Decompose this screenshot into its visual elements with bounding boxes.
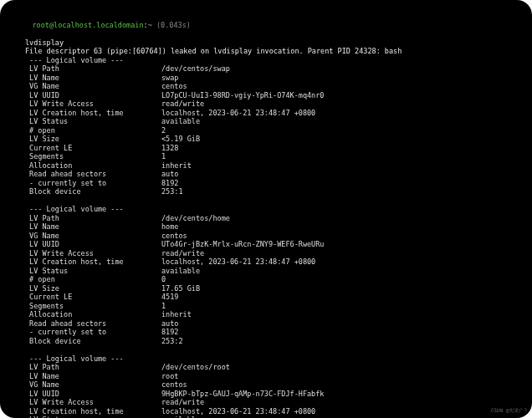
kv-value: 0 — [161, 275, 166, 283]
kv-value: /dev/centos/home — [161, 214, 230, 222]
kv-value: 17.65 GiB — [161, 284, 200, 293]
kv-key: LV Name — [25, 372, 161, 381]
kv-row: Block device253:2 — [15, 337, 517, 346]
kv-row: LV Statusavailable — [15, 117, 517, 126]
kv-key: Current LE — [25, 144, 161, 153]
kv-key: LV Name — [25, 74, 161, 83]
kv-value: /dev/centos/root — [161, 363, 230, 371]
kv-value: 8192 — [161, 328, 178, 336]
kv-key: VG Name — [25, 82, 161, 91]
kv-value: 1 — [161, 302, 166, 310]
kv-key: LV Name — [25, 222, 161, 232]
kv-value: centos — [161, 380, 187, 389]
kv-value: /dev/centos/swap — [161, 64, 230, 73]
kv-row: # open2 — [15, 126, 517, 135]
kv-row: Segments1 — [15, 302, 517, 311]
prompt-user: root — [32, 21, 49, 29]
kv-key: LV Creation host, time — [25, 257, 161, 267]
kv-value: read/write — [161, 398, 204, 406]
watermark: CSDN @大泽广? — [491, 406, 527, 415]
kv-row: LV Creation host, timelocalhost, 2023-06… — [15, 109, 517, 118]
kv-row: VG Namecentos — [15, 232, 517, 241]
kv-value: read/write — [161, 99, 204, 108]
kv-row: LV Nameswap — [15, 74, 517, 83]
kv-row: LV Write Accessread/write — [15, 99, 517, 109]
terminal-window[interactable]: root@localhost.localdomain:~ (0.043s) lv… — [0, 0, 532, 418]
kv-key: LV UUID — [25, 390, 161, 399]
kv-row: Read ahead sectorsauto — [15, 170, 517, 179]
kv-row: LV Path/dev/centos/swap — [15, 64, 517, 74]
kv-value: 8192 — [161, 179, 178, 187]
prompt-timing: (0.043s) — [156, 21, 191, 29]
kv-value: 253:1 — [161, 187, 183, 196]
kv-row: LV Path/dev/centos/home — [15, 214, 517, 223]
kv-row: LV UUID9HgBKP-bTpz-GAUJ-qAMp-n73C-FDJf-H… — [15, 390, 517, 399]
prompt-host: localhost.localdomain — [54, 21, 143, 29]
kv-key: Allocation — [25, 161, 161, 171]
kv-value: LO7pCU-UuI3-98RD-vgiy-YpRi-O74K-mq4nr0 — [161, 91, 324, 99]
kv-key: VG Name — [25, 380, 161, 390]
kv-key: Block device — [25, 187, 161, 196]
kv-key: LV Status — [25, 117, 161, 126]
kv-key: Segments — [25, 302, 161, 311]
kv-key: Allocation — [25, 310, 161, 319]
kv-value: root — [161, 372, 178, 380]
kv-row: Read ahead sectorsauto — [15, 319, 517, 329]
kv-value: localhost, 2023-06-21 23:48:47 +0800 — [161, 257, 315, 266]
kv-key: - currently set to — [25, 179, 161, 188]
kv-value: 2 — [161, 126, 166, 135]
volume-header: --- Logical volume --- — [15, 205, 517, 214]
kv-key: LV Status — [25, 267, 161, 276]
kv-row: Allocationinherit — [15, 310, 517, 319]
kv-key: LV Write Access — [25, 99, 161, 109]
kv-key: - currently set to — [25, 328, 161, 337]
kv-row: LV Namehome — [15, 222, 517, 232]
kv-key: Current LE — [25, 293, 161, 302]
kv-row: LV Creation host, timelocalhost, 2023-06… — [15, 257, 517, 267]
kv-key: # open — [25, 126, 161, 135]
kv-key: LV Size — [25, 284, 161, 293]
kv-row: Segments1 — [15, 152, 517, 161]
kv-value: 9HgBKP-bTpz-GAUJ-qAMp-n73C-FDJf-HFabfk — [161, 390, 324, 398]
kv-row: Current LE4519 — [15, 293, 517, 302]
kv-value: 1 — [161, 152, 166, 161]
kv-row: - currently set to8192 — [15, 179, 517, 188]
kv-row: - currently set to8192 — [15, 328, 517, 337]
kv-value: <5.19 GiB — [161, 135, 200, 143]
kv-key: LV Path — [25, 214, 161, 223]
kv-row: LV Write Accessread/write — [15, 249, 517, 258]
kv-value: swap — [161, 74, 178, 82]
kv-key: LV Path — [25, 363, 161, 372]
kv-row: LV Size<5.19 GiB — [15, 135, 517, 144]
kv-row: Current LE1328 — [15, 144, 517, 153]
kv-row: Block device253:1 — [15, 187, 517, 196]
kv-key: LV Write Access — [25, 398, 161, 407]
kv-value: available — [161, 267, 200, 275]
lvdisplay-output: --- Logical volume --- LV Path/dev/cento… — [15, 56, 517, 419]
command-line: lvdisplay — [15, 38, 517, 48]
kv-value: inherit — [161, 161, 192, 170]
kv-key: LV Size — [25, 135, 161, 144]
kv-key: LV Creation host, time — [25, 109, 161, 118]
kv-value: 253:2 — [161, 337, 183, 345]
kv-value: centos — [161, 82, 187, 90]
kv-key: Read ahead sectors — [25, 170, 161, 179]
kv-row: # open0 — [15, 275, 517, 284]
kv-value: inherit — [161, 310, 192, 319]
kv-key: Block device — [25, 337, 161, 346]
kv-row: LV Size17.65 GiB — [15, 284, 517, 293]
kv-value: 1328 — [161, 144, 178, 152]
kv-key: LV Path — [25, 64, 161, 74]
kv-row: VG Namecentos — [15, 82, 517, 91]
kv-value: auto — [161, 170, 178, 178]
kv-row: Allocationinherit — [15, 161, 517, 171]
blank-line — [15, 345, 517, 354]
shell-prompt: root@localhost.localdomain:~ (0.043s) — [15, 12, 517, 38]
kv-value: available — [161, 117, 200, 125]
kv-key: Read ahead sectors — [25, 319, 161, 329]
kv-value: UTo4Gr-jBzK-Mrlx-uRcn-ZNY9-WEF6-RweURu — [161, 240, 324, 248]
kv-key: LV Write Access — [25, 249, 161, 258]
kv-row: LV Nameroot — [15, 372, 517, 381]
kv-key: LV Creation host, time — [25, 407, 161, 416]
blank-line — [15, 196, 517, 206]
